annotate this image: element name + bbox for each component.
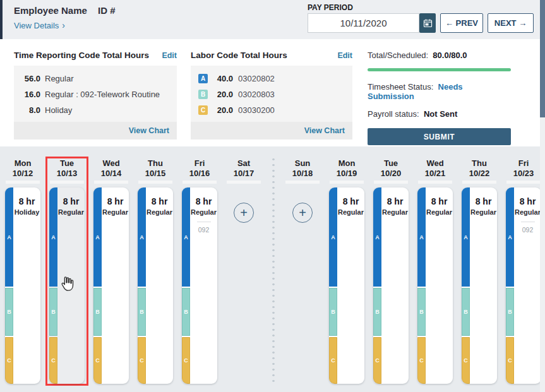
day-card-10-20[interactable]: A B C 8 hr Regular: [373, 187, 409, 384]
add-time-button-10-18[interactable]: +: [292, 203, 313, 223]
day-hours: 8 hr: [13, 196, 40, 206]
labor-bar-segment-c: C: [506, 337, 514, 384]
labor-code-panel: Labor Code Total Hours Edit A 40.0 03020…: [191, 50, 352, 140]
trc-label: Regular : 092-Telework Routine: [45, 90, 160, 99]
labor-view-chart-link[interactable]: View Chart: [191, 122, 352, 140]
day-hours: 8 hr: [57, 196, 85, 206]
right-arrow-icon: →: [518, 18, 527, 28]
submit-button[interactable]: SUBMIT: [368, 128, 511, 145]
trc-view-chart-link[interactable]: View Chart: [14, 122, 177, 140]
labor-bar-segment-c: C: [49, 337, 57, 384]
day-hours: 8 hr: [470, 196, 497, 206]
trc-row: 56.0 Regular: [21, 71, 169, 86]
labor-bar-segment-c: C: [5, 337, 13, 384]
day-header: Fri10/23: [504, 158, 543, 179]
day-header-underline: [138, 181, 172, 184]
labor-bar-segment-a: A: [182, 187, 190, 287]
labor-bar-segment-b: B: [93, 288, 102, 336]
labor-bar: A B C: [93, 187, 102, 384]
day-header: Wed10/21: [416, 158, 455, 179]
status-panel: Total/Scheduled: 80.0/80.0 Timesheet Sta…: [368, 50, 511, 145]
trc-hours: 16.0: [21, 90, 40, 99]
scrollbar-thumb[interactable]: [540, 0, 545, 117]
day-header-underline: [506, 181, 541, 184]
labor-bar-segment-a: A: [506, 187, 514, 287]
labor-bar: A B C: [182, 187, 190, 384]
labor-bar-segment-b: B: [373, 288, 381, 336]
day-hours: 8 hr: [102, 196, 129, 206]
day-card-10-15[interactable]: A B C 8 hr Regular: [138, 187, 173, 384]
labor-bar-segment-b: B: [5, 288, 13, 336]
day-hours: 8 hr: [426, 196, 453, 206]
labor-hours: 40.0: [214, 74, 233, 83]
pay-period-label: PAY PERIOD: [308, 3, 353, 12]
day-column-10-16: Fri10/16 A B C 8 hr Regular 092: [178, 157, 221, 386]
labor-bar-segment-c: C: [329, 337, 337, 384]
day-type: Holiday: [13, 208, 40, 216]
labor-bar-segment-a: A: [49, 187, 57, 287]
day-card-10-12[interactable]: A B C 8 hr Holiday: [5, 187, 40, 384]
day-card-10-16[interactable]: A B C 8 hr Regular 092: [182, 187, 217, 384]
day-card-10-22[interactable]: A B C 8 hr Regular: [462, 187, 497, 384]
labor-bar-segment-a: A: [5, 187, 13, 287]
time-reporting-panel: Time Reporting Code Total Hours Edit 56.…: [14, 50, 177, 140]
day-header: Mon10/12: [3, 158, 42, 179]
day-hours: 8 hr: [190, 196, 217, 206]
labor-bar: A B C: [5, 187, 13, 384]
labor-bar-segment-b: B: [506, 288, 514, 336]
day-card-10-14[interactable]: A B C 8 hr Regular: [93, 187, 129, 384]
day-header-underline: [50, 181, 84, 184]
employee-name: Employee Name: [14, 5, 87, 16]
day-type: Regular: [337, 208, 364, 216]
labor-code: 03020802: [238, 74, 275, 83]
day-card-10-13[interactable]: A B C 8 hr Regular: [49, 187, 85, 384]
day-header: Tue10/20: [371, 158, 410, 179]
labor-edit-link[interactable]: Edit: [337, 51, 352, 60]
labor-bar-segment-a: A: [93, 187, 102, 287]
add-time-button-10-17[interactable]: +: [234, 203, 254, 223]
day-header-underline: [285, 181, 320, 184]
day-type: Regular: [190, 208, 217, 216]
day-column-10-23: Fri10/23 A B C 8 hr Regular 092: [502, 157, 545, 386]
day-card-10-19[interactable]: A B C 8 hr Regular: [329, 187, 364, 384]
day-card-10-21[interactable]: A B C 8 hr Regular: [417, 187, 453, 384]
sidebar-edge: [0, 0, 3, 39]
labor-code: 03020803: [238, 90, 275, 99]
day-header: Thu10/22: [460, 158, 499, 179]
week-divider-dotted-line: [272, 157, 275, 385]
labor-bar-segment-b: B: [417, 288, 426, 336]
calendar-picker-button[interactable]: [419, 13, 436, 33]
day-type: Regular: [470, 208, 497, 216]
day-type: Regular: [381, 208, 409, 216]
day-header: Sat10/17: [224, 158, 263, 179]
trc-label: Holiday: [45, 105, 72, 115]
prev-pay-period-button[interactable]: ← PREV: [440, 13, 483, 33]
view-details-link[interactable]: View Details›: [14, 20, 65, 30]
trc-edit-link[interactable]: Edit: [162, 51, 177, 60]
labor-bar: A B C: [329, 187, 337, 384]
day-header-underline: [418, 181, 452, 184]
pay-period-date-input[interactable]: [308, 13, 419, 33]
total-scheduled-value: 80.0/80.0: [433, 50, 467, 60]
day-header: Fri10/16: [180, 158, 219, 179]
labor-bar: A B C: [417, 187, 426, 384]
day-header-underline: [462, 181, 496, 184]
labor-bar-segment-b: B: [329, 288, 337, 336]
trc-title: Time Reporting Code Total Hours: [14, 50, 149, 60]
labor-bar-segment-c: C: [462, 337, 470, 384]
day-hours: 8 hr: [337, 196, 364, 206]
labor-bar: A B C: [49, 187, 57, 384]
sub-code-divider: [197, 222, 211, 222]
left-arrow-icon: ←: [445, 18, 453, 28]
day-card-10-23[interactable]: A B C 8 hr Regular 092: [506, 187, 541, 384]
day-column-10-21: Wed10/21 A B C 8 hr Regular: [414, 157, 457, 386]
next-pay-period-button[interactable]: NEXT →: [488, 13, 534, 33]
sub-code-divider: [521, 222, 535, 222]
labor-bar-segment-c: C: [182, 337, 190, 384]
day-header-underline: [227, 181, 261, 184]
labor-bar-segment-a: A: [373, 187, 381, 287]
trc-row: 16.0 Regular : 092-Telework Routine: [21, 86, 169, 102]
labor-bar-segment-b: B: [462, 288, 470, 336]
payroll-status-value: Not Sent: [424, 109, 457, 119]
day-header: Sun10/18: [283, 158, 322, 179]
